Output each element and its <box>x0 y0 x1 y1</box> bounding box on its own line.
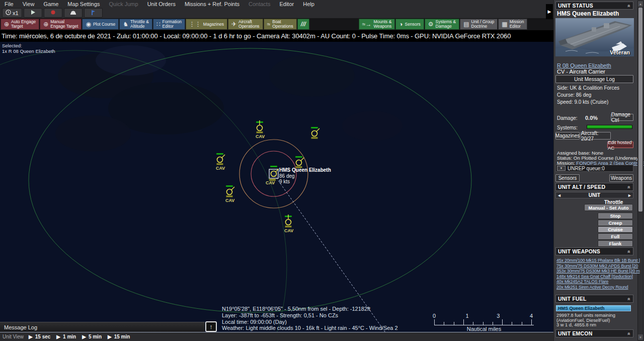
panel-scrollbar[interactable]: ▲ ▼ <box>637 1 643 340</box>
menu-item-map-settings[interactable]: Map Settings <box>63 1 104 7</box>
collapse-icon[interactable]: » <box>626 298 632 301</box>
throttle-stop-button[interactable]: Stop <box>598 213 633 219</box>
scrollbar-thumb[interactable] <box>638 8 642 212</box>
menu-item-view[interactable]: View <box>18 1 39 7</box>
manual-engage-target-button[interactable]: ⊕Manual Engage Target <box>40 19 82 30</box>
run-pause-button[interactable] <box>24 8 42 18</box>
menu-item-file[interactable]: File <box>0 1 18 7</box>
toolbar: ⊕Auto Engage Target⊕Manual Engage Target… <box>0 18 553 30</box>
unit-emcon-header[interactable]: UNIT EMCON » <box>555 329 633 337</box>
mission-editor-button[interactable]: ▦Mission Editor <box>498 19 527 30</box>
time-step-label: 5 min <box>89 334 102 339</box>
menu-item-help[interactable]: Help <box>298 1 319 7</box>
throttle-manual-auto-button[interactable]: Manual - Set Auto <box>584 204 633 211</box>
unit-weapons-header[interactable]: UNIT WEAPONS » <box>555 247 633 255</box>
unit-group-label: CAV <box>256 134 265 139</box>
chevron-down-icon[interactable]: ▼ <box>557 166 566 171</box>
magazine-bar <box>226 195 233 197</box>
unit-message-log-button[interactable]: Unit Message Log <box>555 75 633 83</box>
menu-item-unit-orders[interactable]: Unit Orders <box>143 1 180 7</box>
scroll-down-icon[interactable]: ▼ <box>638 334 643 340</box>
throttle-creep-button[interactable]: Creep <box>598 220 633 226</box>
time-step-button-15-min[interactable]: ▶15 min <box>108 334 136 339</box>
play-icon: ▶ <box>82 334 86 339</box>
time-compression-button[interactable]: x1 <box>2 8 22 18</box>
menu-item-game[interactable]: Game <box>39 1 63 7</box>
boat-operations-button[interactable]: ≈Boat Operations <box>264 19 297 30</box>
magazines-panel-button[interactable]: Magazines <box>555 132 580 140</box>
unit-group-label: CAV <box>284 228 293 233</box>
gear-icon: ⚙ <box>428 21 434 27</box>
throttle-full-button[interactable]: Full <box>598 233 633 240</box>
menu-item-missions-ref-points[interactable]: Missions + Ref. Points <box>180 1 244 7</box>
play-icon: ▶ <box>108 334 112 339</box>
magazines-button[interactable]: ⋮⋮Magazines <box>186 19 227 30</box>
systems-damage-button[interactable]: ⚙Systems & Damage <box>425 19 459 30</box>
menu-item-quick-jump: Quick Jump <box>105 1 143 7</box>
clock-icon <box>6 10 11 16</box>
message-log-bar[interactable]: Message Log <box>0 322 205 332</box>
throttle-flank-button[interactable]: Flank <box>598 240 633 247</box>
fuel-selected-unit[interactable]: HMS Queen Elizabeth <box>556 305 631 311</box>
toolbar-button-label: Aircraft Operations <box>238 20 260 29</box>
weapon-link[interactable]: 45x 20mm/100 Mk15 Phalanx Blk 1B Burst | <box>556 258 640 263</box>
damage-ctrl-button[interactable]: Damage Ctrl <box>611 114 633 121</box>
weapon-link[interactable]: 40x Mk245A2 TALOS Flare <box>556 279 608 284</box>
collapse-icon[interactable]: » <box>626 186 632 189</box>
scroll-up-icon[interactable]: ▲ <box>638 1 643 7</box>
menu-bar: FileViewGameMap SettingsQuick JumpUnit O… <box>0 0 553 8</box>
arrow-up-icon: ↑ <box>209 323 213 330</box>
collapse-icon[interactable]: » <box>626 332 632 335</box>
sensors-button[interactable]: ◑Sensors <box>395 19 424 30</box>
chevron-left-icon[interactable]: ◄ <box>557 193 561 198</box>
map-scale-bar: 0134 Nautical miles <box>432 313 536 332</box>
aircraft-operations-button[interactable]: ✈Aircraft Operations <box>228 19 263 30</box>
unit-group-label: CAV <box>216 166 225 171</box>
engage-icon: ⊕ <box>43 21 48 27</box>
throttle-cruise-button[interactable]: Cruise <box>598 226 633 233</box>
side-panel-toggle-button[interactable]: ▶ <box>546 4 553 19</box>
unit-group-doctrine-button[interactable]: ▤Unit / Group Doctrine <box>460 19 498 30</box>
weapon-link[interactable]: 148x Mk214 Sea Gnat Chaff [Seduction] <box>556 274 633 279</box>
edit-hosted-ac-button[interactable]: Edit hosted AC <box>607 142 633 148</box>
unit-status-header[interactable]: UNIT STATUS » <box>555 2 633 10</box>
weapon-link[interactable]: 20x Mk251 Siren Active Decoy Round <box>556 285 628 290</box>
aircraft-panel-button[interactable]: Aircraft: 20/27 <box>581 132 611 140</box>
mounts-weapons-button[interactable]: ≈→Mounts & Weapons <box>359 19 395 30</box>
auto-engage-target-button[interactable]: ⊕Auto Engage Target <box>1 19 39 30</box>
tactical-map[interactable]: CAVCAVCAVCAVHMS Queen Elizabeth86 deg9 k… <box>0 0 553 341</box>
sensors-panel-button[interactable]: Sensors <box>555 174 580 182</box>
bookmark-button[interactable] <box>84 8 103 18</box>
scale-tick <box>434 319 435 325</box>
time-step-button-5-min[interactable]: ▶5 min <box>82 334 108 339</box>
unit-db-link[interactable]: R 08 Queen Elizabeth <box>557 62 611 69</box>
time-step-button-15-sec[interactable]: ▶15 sec <box>29 334 56 339</box>
chevron-right-icon[interactable]: ► <box>627 193 632 198</box>
course-label: Course: 86 deg <box>557 92 591 98</box>
expand-message-log-button[interactable]: ↑ <box>205 321 217 332</box>
unit-side-panel: UNIT STATUS » HMS Queen Elizabeth <box>553 0 644 341</box>
screenshot-button[interactable] <box>64 8 83 18</box>
collapse-icon[interactable]: » <box>626 250 632 253</box>
unit-fuel-header[interactable]: UNIT FUEL » <box>555 295 633 303</box>
formation-editor-button[interactable]: ∷Formation Editor <box>153 19 185 30</box>
mounts-weapons-icon-button[interactable]: /// <box>297 19 309 30</box>
record-button[interactable] <box>44 8 62 18</box>
scale-label: 4 <box>530 313 533 319</box>
plot-course-button[interactable]: ◉Plot Course <box>82 19 119 30</box>
toolbar-button-label: Boat Operations <box>272 20 293 29</box>
cloud-patch <box>96 45 166 76</box>
damage-label: Damage: <box>557 115 578 121</box>
unit-alt-speed-header[interactable]: UNIT ALT / SPEED » <box>555 183 633 191</box>
unit-tab-bar[interactable]: ◄ UNIT ► <box>555 192 633 198</box>
collapse-icon[interactable]: » <box>626 5 632 8</box>
weapon-link[interactable]: 75x 30mm/75 DS30M Mk2 APDS Burst [20 <box>556 263 638 268</box>
time-status-bar: Time: miércoles, 6 de octubre de 2021 - … <box>0 30 553 42</box>
unrep-queue-row[interactable]: ▼ UNREP queue:0 <box>555 165 633 172</box>
mission-editor-icon: ▦ <box>502 21 507 27</box>
weapon-link[interactable]: 353x 30mm/75 DS30M Mk3 HE Burst [20 m <box>556 268 640 274</box>
time-step-button-1-min[interactable]: ▶1 min <box>56 334 82 339</box>
throttle-altitude-button[interactable]: ♞Throttle & Altitude <box>119 19 152 30</box>
weapons-panel-button[interactable]: Weapons <box>609 174 633 182</box>
menu-item-editor[interactable]: Editor <box>275 1 298 7</box>
